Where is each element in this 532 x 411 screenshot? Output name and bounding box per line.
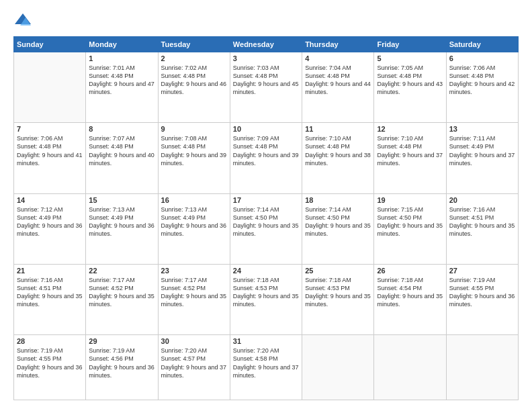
calendar-cell: 19Sunrise: 7:15 AMSunset: 4:50 PMDayligh…	[374, 193, 446, 264]
day-number: 29	[89, 337, 154, 345]
day-number: 22	[89, 267, 154, 275]
cell-info: Sunrise: 7:20 AMSunset: 4:58 PMDaylight:…	[233, 347, 299, 379]
calendar-cell: 13Sunrise: 7:11 AMSunset: 4:49 PMDayligh…	[446, 123, 518, 193]
col-header-sunday: Sunday	[14, 37, 86, 52]
day-number: 14	[17, 196, 83, 204]
cell-info: Sunrise: 7:12 AMSunset: 4:49 PMDaylight:…	[17, 205, 83, 238]
header	[13, 11, 519, 30]
calendar-cell: 12Sunrise: 7:10 AMSunset: 4:48 PMDayligh…	[374, 123, 446, 193]
cell-info: Sunrise: 7:20 AMSunset: 4:57 PMDaylight:…	[161, 347, 227, 379]
cell-info: Sunrise: 7:06 AMSunset: 4:48 PMDaylight:…	[17, 134, 83, 167]
calendar-week-5: 28Sunrise: 7:19 AMSunset: 4:55 PMDayligh…	[14, 335, 519, 400]
calendar-cell: 14Sunrise: 7:12 AMSunset: 4:49 PMDayligh…	[14, 193, 86, 264]
cell-info: Sunrise: 7:19 AMSunset: 4:55 PMDaylight:…	[17, 347, 83, 379]
page: SundayMondayTuesdayWednesdayThursdayFrid…	[0, 0, 532, 411]
calendar-cell: 4Sunrise: 7:04 AMSunset: 4:48 PMDaylight…	[302, 52, 374, 123]
cell-info: Sunrise: 7:18 AMSunset: 4:53 PMDaylight:…	[305, 276, 371, 309]
calendar-cell: 27Sunrise: 7:19 AMSunset: 4:55 PMDayligh…	[446, 264, 518, 334]
day-number: 21	[17, 267, 83, 275]
calendar-cell	[446, 335, 518, 400]
day-number: 5	[377, 54, 443, 62]
cell-info: Sunrise: 7:13 AMSunset: 4:49 PMDaylight:…	[89, 205, 154, 238]
calendar-cell: 18Sunrise: 7:14 AMSunset: 4:50 PMDayligh…	[302, 193, 374, 264]
cell-info: Sunrise: 7:07 AMSunset: 4:48 PMDaylight:…	[89, 134, 154, 167]
day-number: 1	[89, 54, 154, 62]
cell-info: Sunrise: 7:19 AMSunset: 4:55 PMDaylight:…	[449, 276, 515, 309]
cell-info: Sunrise: 7:19 AMSunset: 4:56 PMDaylight:…	[89, 347, 154, 379]
day-number: 20	[449, 196, 515, 204]
calendar-cell: 3Sunrise: 7:03 AMSunset: 4:48 PMDaylight…	[230, 52, 302, 123]
day-number: 30	[161, 337, 227, 345]
day-number: 17	[233, 196, 299, 204]
calendar-week-1: 1Sunrise: 7:01 AMSunset: 4:48 PMDaylight…	[14, 52, 519, 123]
cell-info: Sunrise: 7:09 AMSunset: 4:48 PMDaylight:…	[233, 134, 299, 167]
calendar-cell: 29Sunrise: 7:19 AMSunset: 4:56 PMDayligh…	[86, 335, 158, 400]
cell-info: Sunrise: 7:03 AMSunset: 4:48 PMDaylight:…	[233, 64, 299, 97]
day-number: 13	[449, 125, 515, 133]
cell-info: Sunrise: 7:01 AMSunset: 4:48 PMDaylight:…	[89, 64, 154, 97]
day-number: 7	[17, 125, 83, 133]
calendar-cell: 25Sunrise: 7:18 AMSunset: 4:53 PMDayligh…	[302, 264, 374, 334]
day-number: 6	[449, 54, 515, 62]
calendar-cell: 6Sunrise: 7:06 AMSunset: 4:48 PMDaylight…	[446, 52, 518, 123]
logo	[13, 11, 35, 30]
cell-info: Sunrise: 7:18 AMSunset: 4:53 PMDaylight:…	[233, 276, 299, 309]
cell-info: Sunrise: 7:14 AMSunset: 4:50 PMDaylight:…	[233, 205, 299, 238]
cell-info: Sunrise: 7:18 AMSunset: 4:54 PMDaylight:…	[377, 276, 443, 309]
col-header-thursday: Thursday	[302, 37, 374, 52]
col-header-monday: Monday	[86, 37, 158, 52]
day-number: 23	[161, 267, 227, 275]
col-header-friday: Friday	[374, 37, 446, 52]
cell-info: Sunrise: 7:17 AMSunset: 4:52 PMDaylight:…	[161, 276, 227, 309]
calendar-cell: 20Sunrise: 7:16 AMSunset: 4:51 PMDayligh…	[446, 193, 518, 264]
day-number: 3	[233, 54, 299, 62]
day-number: 15	[89, 196, 154, 204]
day-number: 24	[233, 267, 299, 275]
calendar-table: SundayMondayTuesdayWednesdayThursdayFrid…	[13, 36, 519, 400]
cell-info: Sunrise: 7:16 AMSunset: 4:51 PMDaylight:…	[449, 205, 515, 238]
col-header-wednesday: Wednesday	[230, 37, 302, 52]
calendar-cell: 22Sunrise: 7:17 AMSunset: 4:52 PMDayligh…	[86, 264, 158, 334]
col-header-tuesday: Tuesday	[158, 37, 230, 52]
cell-info: Sunrise: 7:02 AMSunset: 4:48 PMDaylight:…	[161, 64, 227, 97]
cell-info: Sunrise: 7:17 AMSunset: 4:52 PMDaylight:…	[89, 276, 154, 309]
day-number: 19	[377, 196, 443, 204]
day-number: 11	[305, 125, 371, 133]
calendar-week-4: 21Sunrise: 7:16 AMSunset: 4:51 PMDayligh…	[14, 264, 519, 334]
cell-info: Sunrise: 7:13 AMSunset: 4:49 PMDaylight:…	[161, 205, 227, 238]
day-number: 16	[161, 196, 227, 204]
day-number: 12	[377, 125, 443, 133]
calendar-cell: 26Sunrise: 7:18 AMSunset: 4:54 PMDayligh…	[374, 264, 446, 334]
day-number: 27	[449, 267, 515, 275]
calendar-cell: 17Sunrise: 7:14 AMSunset: 4:50 PMDayligh…	[230, 193, 302, 264]
calendar-cell: 30Sunrise: 7:20 AMSunset: 4:57 PMDayligh…	[158, 335, 230, 400]
calendar-cell: 7Sunrise: 7:06 AMSunset: 4:48 PMDaylight…	[14, 123, 86, 193]
cell-info: Sunrise: 7:06 AMSunset: 4:48 PMDaylight:…	[449, 64, 515, 97]
day-number: 26	[377, 267, 443, 275]
cell-info: Sunrise: 7:08 AMSunset: 4:48 PMDaylight:…	[161, 134, 227, 167]
calendar-cell: 5Sunrise: 7:05 AMSunset: 4:48 PMDaylight…	[374, 52, 446, 123]
calendar-cell: 2Sunrise: 7:02 AMSunset: 4:48 PMDaylight…	[158, 52, 230, 123]
calendar-header-row: SundayMondayTuesdayWednesdayThursdayFrid…	[14, 37, 519, 52]
day-number: 10	[233, 125, 299, 133]
day-number: 4	[305, 54, 371, 62]
calendar-cell	[374, 335, 446, 400]
cell-info: Sunrise: 7:04 AMSunset: 4:48 PMDaylight:…	[305, 64, 371, 97]
cell-info: Sunrise: 7:10 AMSunset: 4:48 PMDaylight:…	[377, 134, 443, 167]
calendar-week-3: 14Sunrise: 7:12 AMSunset: 4:49 PMDayligh…	[14, 193, 519, 264]
calendar-cell: 31Sunrise: 7:20 AMSunset: 4:58 PMDayligh…	[230, 335, 302, 400]
calendar-cell: 16Sunrise: 7:13 AMSunset: 4:49 PMDayligh…	[158, 193, 230, 264]
cell-info: Sunrise: 7:11 AMSunset: 4:49 PMDaylight:…	[449, 134, 515, 167]
calendar-cell: 28Sunrise: 7:19 AMSunset: 4:55 PMDayligh…	[14, 335, 86, 400]
calendar-cell: 15Sunrise: 7:13 AMSunset: 4:49 PMDayligh…	[86, 193, 158, 264]
cell-info: Sunrise: 7:05 AMSunset: 4:48 PMDaylight:…	[377, 64, 443, 97]
day-number: 31	[233, 337, 299, 345]
cell-info: Sunrise: 7:16 AMSunset: 4:51 PMDaylight:…	[17, 276, 83, 309]
calendar-cell: 1Sunrise: 7:01 AMSunset: 4:48 PMDaylight…	[86, 52, 158, 123]
calendar-cell: 11Sunrise: 7:10 AMSunset: 4:48 PMDayligh…	[302, 123, 374, 193]
calendar-week-2: 7Sunrise: 7:06 AMSunset: 4:48 PMDaylight…	[14, 123, 519, 193]
calendar-cell: 23Sunrise: 7:17 AMSunset: 4:52 PMDayligh…	[158, 264, 230, 334]
day-number: 25	[305, 267, 371, 275]
calendar-cell: 21Sunrise: 7:16 AMSunset: 4:51 PMDayligh…	[14, 264, 86, 334]
logo-icon	[13, 11, 32, 30]
